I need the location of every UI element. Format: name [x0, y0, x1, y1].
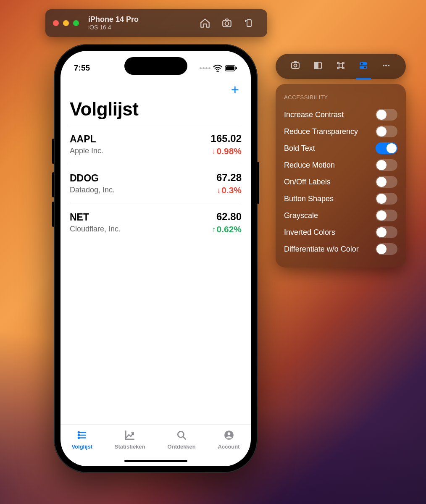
appearance-icon [313, 60, 323, 71]
plus-icon: + [231, 82, 239, 97]
toggle-switch[interactable] [376, 210, 397, 221]
more-button[interactable] [381, 60, 391, 72]
svg-point-10 [78, 437, 79, 438]
accessibility-heading: ACCESSIBILITY [284, 94, 397, 100]
accessibility-option-label: Button Shapes [284, 194, 334, 203]
svg-point-22 [361, 63, 363, 64]
nav-bar: + [60, 80, 251, 99]
svg-point-23 [364, 66, 366, 68]
tab-label: Ontdekken [168, 444, 196, 450]
accessibility-option-label: Increase Contrast [284, 110, 344, 119]
accessibility-button[interactable] [358, 60, 368, 72]
stock-change: ↑0.62% [212, 224, 242, 234]
svg-rect-19 [315, 62, 318, 69]
stock-price: 165.02 [211, 133, 242, 144]
arrow-up-icon: ↑ [212, 225, 216, 234]
window-minimize-button[interactable] [63, 20, 69, 26]
accessibility-row: Inverted Colors [284, 224, 397, 241]
battery-icon [225, 65, 237, 71]
accessibility-row: On/Off Labels [284, 173, 397, 190]
svg-line-13 [183, 437, 186, 439]
simulator-title: iPhone 14 Pro iOS 16.4 [88, 15, 194, 31]
switch-knob [376, 194, 387, 204]
home-button[interactable] [194, 18, 216, 29]
switch-knob [376, 110, 387, 120]
svg-point-26 [388, 65, 389, 66]
toggle-switch[interactable] [376, 159, 397, 171]
switch-knob [376, 160, 387, 170]
stock-change: ↓0.3% [216, 185, 242, 195]
search-icon [175, 430, 188, 442]
toggle-switch[interactable] [376, 243, 397, 255]
tab-label: Volglijst [71, 444, 92, 450]
wifi-icon [213, 64, 222, 72]
command-icon [336, 60, 346, 71]
tab-ontdekken[interactable]: Ontdekken [168, 430, 196, 450]
window-close-button[interactable] [53, 20, 59, 26]
svg-rect-2 [247, 20, 251, 26]
home-indicator[interactable] [124, 460, 187, 462]
svg-rect-20 [360, 62, 367, 65]
accessibility-option-label: On/Off Labels [284, 178, 331, 186]
accessibility-row: Grayscale [284, 207, 397, 224]
switch-knob [376, 244, 387, 254]
toggle-switch[interactable] [376, 109, 397, 121]
toggles-icon [358, 60, 368, 71]
switch-knob [376, 126, 387, 136]
accessibility-row: Bold Text [284, 140, 397, 157]
watchlist-row[interactable]: AAPLApple Inc.165.02↓0.98% [70, 125, 242, 164]
toggle-switch[interactable] [376, 142, 397, 154]
toggle-switch[interactable] [376, 126, 397, 137]
svg-rect-4 [226, 66, 234, 70]
accessibility-row: Increase Contrast [284, 106, 397, 123]
list-icon [76, 430, 88, 442]
add-button[interactable]: + [231, 83, 239, 97]
tab-volglijst[interactable]: Volglijst [71, 430, 92, 450]
tab-account[interactable]: Account [218, 430, 240, 450]
accessibility-row: Reduce Motion [284, 157, 397, 173]
stock-price: 62.80 [212, 211, 242, 223]
toggle-switch[interactable] [376, 226, 397, 238]
tab-label: Statistieken [115, 444, 145, 450]
debug-panel-toolbar [276, 54, 406, 79]
stock-symbol: DDOG [70, 173, 115, 184]
environment-overrides-button[interactable] [290, 60, 300, 72]
cellular-icon [200, 67, 210, 69]
accessibility-option-label: Differentiate w/o Color [284, 245, 359, 254]
toggle-switch[interactable] [376, 176, 397, 188]
appearance-button[interactable] [313, 60, 323, 72]
simulator-toolbar: iPhone 14 Pro iOS 16.4 [45, 9, 267, 37]
screenshot-button[interactable] [216, 18, 238, 29]
window-zoom-button[interactable] [73, 20, 79, 26]
svg-rect-5 [236, 67, 237, 69]
svg-rect-16 [292, 63, 299, 68]
stock-company: Apple Inc. [70, 147, 103, 155]
window-traffic-lights [53, 20, 79, 26]
home-icon [200, 18, 210, 29]
switch-knob [376, 177, 387, 187]
accessibility-option-label: Reduce Motion [284, 161, 335, 170]
page-title: Volglijst [60, 99, 251, 125]
watchlist-row[interactable]: NETCloudflare, Inc.62.80↑0.62% [70, 203, 242, 242]
watchlist-row[interactable]: DDOGDatadog, Inc.67.28↓0.3% [70, 164, 242, 203]
screenshot-icon [221, 18, 232, 29]
stock-symbol: AAPL [70, 134, 103, 145]
toggle-switch[interactable] [376, 193, 397, 205]
rotate-button[interactable] [238, 18, 260, 28]
tab-label: Account [218, 444, 240, 450]
stock-change: ↓0.98% [211, 146, 242, 156]
accessibility-row: Reduce Transparency [284, 123, 397, 140]
ellipsis-icon [381, 60, 391, 71]
keyboard-button[interactable] [336, 60, 346, 72]
tab-statistieken[interactable]: Statistieken [115, 430, 145, 450]
stock-company: Cloudflare, Inc. [70, 225, 121, 234]
accessibility-option-label: Inverted Colors [284, 228, 335, 237]
phone-frame: 7:55 + Volglijst AAPLApple Inc.165.02↓0.… [54, 44, 258, 473]
accessibility-option-label: Bold Text [284, 144, 315, 153]
switch-knob [376, 210, 387, 220]
arrow-down-icon: ↓ [212, 147, 216, 156]
stock-company: Datadog, Inc. [70, 186, 115, 194]
accessibility-row: Differentiate w/o Color [284, 241, 397, 257]
svg-point-8 [78, 435, 79, 436]
svg-point-15 [227, 432, 230, 435]
